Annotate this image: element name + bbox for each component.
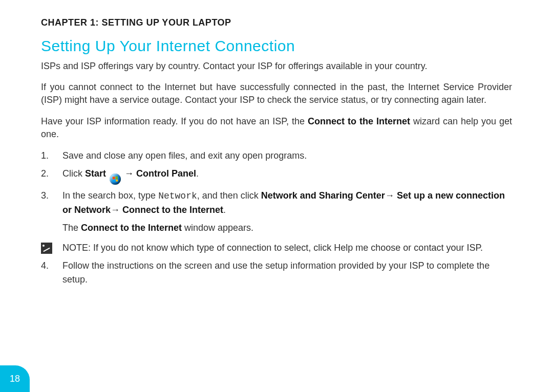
- step-number: 1.: [41, 149, 62, 163]
- windows-start-icon: [110, 173, 121, 185]
- step3-post-comma: , and then click: [197, 190, 261, 201]
- step-3-sub: The Connect to the Internet window appea…: [62, 221, 512, 235]
- step-number: 3.: [41, 189, 62, 217]
- step-2: 2. Click Start → Control Panel.: [41, 167, 512, 185]
- paragraph-3-bold: Connect to the Internet: [308, 116, 410, 126]
- step3sub-post: window appears.: [182, 223, 253, 233]
- steps-list-continued: 4. Follow the instructions on the screen…: [41, 259, 512, 287]
- page-number: 18: [10, 374, 20, 384]
- step2-pre: Click: [62, 168, 85, 179]
- paragraph-2: If you cannot connect to the Internet bu…: [41, 81, 512, 106]
- step3-b3: Connect to the Internet: [122, 205, 223, 215]
- note-icon: [41, 243, 52, 254]
- note-row: NOTE: If you do not know which type of c…: [41, 241, 512, 255]
- steps-list: 1. Save and close any open files, and ex…: [41, 149, 512, 217]
- step-1: 1. Save and close any open files, and ex…: [41, 149, 512, 163]
- chapter-label: CHAPTER 1: SETTING UP YOUR LAPTOP: [41, 17, 512, 28]
- step-text: Follow the instructions on the screen an…: [62, 259, 512, 287]
- step3-b1: Network and Sharing Center: [261, 190, 385, 201]
- step-text: Click Start → Control Panel.: [62, 167, 512, 185]
- step-number: 4.: [41, 259, 62, 287]
- paragraph-3: Have your ISP information ready. If you …: [41, 115, 512, 141]
- step3sub-pre: The: [62, 223, 81, 233]
- note-pre: If you do not know which type of connect…: [91, 243, 334, 253]
- step-text: In the search box, type Network, and the…: [62, 189, 512, 217]
- step3-mono: Network: [158, 191, 197, 201]
- step-number: 2.: [41, 167, 62, 185]
- step2-start: Start: [85, 168, 106, 179]
- section-heading: Setting Up Your Internet Connection: [41, 37, 512, 55]
- paragraph-1: ISPs and ISP offerings vary by country. …: [41, 60, 512, 73]
- paragraph-3-pre: Have your ISP information ready. If you …: [41, 116, 308, 126]
- note-text: NOTE: If you do not know which type of c…: [62, 241, 483, 255]
- step3-a1: →: [385, 190, 397, 201]
- step-3: 3. In the search box, type Network, and …: [41, 189, 512, 217]
- step3-end: .: [223, 205, 226, 215]
- note-bold: Help me choose: [334, 243, 400, 253]
- note-icon-box: [41, 241, 62, 255]
- note-post: or contact your ISP.: [400, 243, 483, 253]
- note-label: NOTE:: [62, 243, 91, 253]
- step2-arrow: →: [122, 168, 136, 179]
- manual-page: CHAPTER 1: SETTING UP YOUR LAPTOP Settin…: [0, 0, 553, 287]
- step-4: 4. Follow the instructions on the screen…: [41, 259, 512, 287]
- step2-period: .: [196, 168, 199, 179]
- step-text: Save and close any open files, and exit …: [62, 149, 512, 163]
- step3-a2: →: [111, 205, 122, 215]
- step3sub-bold: Connect to the Internet: [81, 223, 182, 233]
- step2-control-panel: Control Panel: [136, 168, 196, 179]
- step3-pre: In the search box, type: [62, 190, 158, 201]
- page-number-tab: 18: [0, 365, 30, 392]
